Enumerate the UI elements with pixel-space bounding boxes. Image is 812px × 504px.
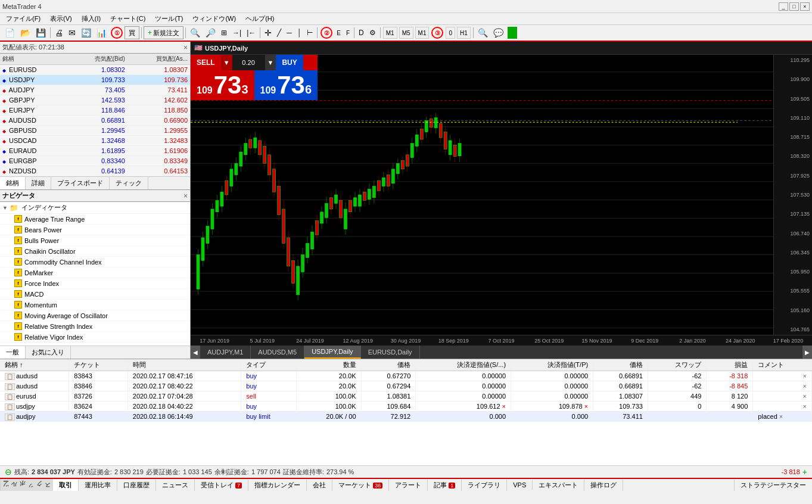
bottom-tab-mailbox[interactable]: 受信トレイ 7 bbox=[195, 480, 248, 491]
nav-indicator-item[interactable]: f Relative Vigor Index bbox=[0, 332, 190, 343]
price-row[interactable]: ◆ USDCAD 1.32468 1.32483 bbox=[0, 136, 190, 146]
crosshair-button[interactable]: ✛ bbox=[262, 26, 274, 39]
nav-indicator-item[interactable]: f Relative Strength Index bbox=[0, 321, 190, 332]
save-button[interactable]: 💾 bbox=[33, 26, 48, 39]
trade-row[interactable]: 📋audusd 83843 2020.02.17 08:47:16 buy 20… bbox=[0, 371, 812, 381]
tab-tick[interactable]: ティック bbox=[110, 177, 148, 189]
open-button[interactable]: 📂 bbox=[18, 26, 33, 39]
options-button[interactable]: ⚙ bbox=[367, 26, 378, 39]
timeframe-m5[interactable]: M5 bbox=[399, 27, 413, 39]
trade-row[interactable]: 📋audusd 83846 2020.02.17 08:40:22 buy 20… bbox=[0, 381, 812, 391]
nav-indicator-item[interactable]: f Moving Average of Oscillator bbox=[0, 310, 190, 321]
scroll-right-button[interactable]: →| bbox=[230, 26, 244, 39]
nav-folder-indicators[interactable]: ▼ 📁 インディケータ bbox=[0, 202, 190, 214]
indicator-button[interactable]: D bbox=[356, 26, 366, 39]
menu-insert[interactable]: 挿入(I) bbox=[77, 13, 105, 24]
zoom-in-button[interactable]: 🔍 bbox=[188, 26, 203, 39]
buy-order-button[interactable]: 買 bbox=[125, 26, 139, 39]
print-button[interactable]: 🖨 bbox=[52, 26, 66, 39]
menu-window[interactable]: ウィンドウ(W) bbox=[188, 13, 241, 24]
nav-indicator-item[interactable]: f Commodity Channel Index bbox=[0, 257, 190, 267]
line-button[interactable]: ╱ bbox=[275, 26, 284, 39]
chart-type-button[interactable]: 📊 bbox=[94, 26, 109, 39]
chart-tab-eurusd[interactable]: EURUSD,Daily bbox=[361, 346, 420, 359]
bottom-tab-news[interactable]: ニュース bbox=[156, 480, 195, 491]
menu-help[interactable]: ヘルプ(H) bbox=[241, 13, 279, 24]
expert-button[interactable]: E bbox=[334, 26, 343, 39]
bottom-tab-vps[interactable]: VPS bbox=[507, 480, 533, 490]
price-row[interactable]: ◆ NZDUSD 0.64139 0.64153 bbox=[0, 166, 190, 176]
email-button[interactable]: ✉ bbox=[66, 26, 78, 39]
timeframe-h1[interactable]: H1 bbox=[457, 27, 471, 39]
navigator-close-icon[interactable]: × bbox=[183, 192, 188, 200]
nav-indicator-item[interactable]: f Bulls Power bbox=[0, 235, 190, 246]
minimize-button[interactable]: _ bbox=[779, 2, 788, 11]
price-row[interactable]: ◆ GBPJPY 142.593 142.602 bbox=[0, 95, 190, 105]
chart-tab-usdjpy[interactable]: USDJPY,Daily bbox=[304, 346, 361, 359]
navigator-tree[interactable]: ▼ 📁 インディケータ f Average True Range f Bears… bbox=[0, 202, 190, 346]
new-chart-button[interactable]: 📄 bbox=[2, 26, 17, 39]
price-row[interactable]: ◆ AUDUSD 0.66891 0.66900 bbox=[0, 116, 190, 126]
nav-indicator-item[interactable]: f MACD bbox=[0, 289, 190, 300]
chart-tab-audusd[interactable]: AUDUSD,M5 bbox=[251, 346, 304, 359]
timeframe-30[interactable]: 0 bbox=[446, 27, 455, 39]
nav-tab-favorites[interactable]: お気に入り bbox=[26, 346, 71, 359]
th-pl[interactable]: 損益 bbox=[707, 359, 753, 371]
maximize-button[interactable]: □ bbox=[789, 2, 799, 11]
scroll-left-arrow[interactable]: ◀ bbox=[191, 346, 200, 359]
th-swap[interactable]: スワップ bbox=[648, 359, 707, 371]
nav-indicator-item[interactable]: f DeMarker bbox=[0, 267, 190, 278]
fib-button[interactable]: ⊢ bbox=[304, 26, 315, 39]
nav-indicator-item[interactable]: f Force Index bbox=[0, 278, 190, 289]
strategy-tester-label[interactable]: ストラテジーテスター bbox=[734, 480, 812, 491]
bottom-tab-company[interactable]: 会社 bbox=[307, 480, 332, 491]
dropdown-arrow[interactable]: ▼ bbox=[221, 55, 232, 70]
chart-tab-audjpy[interactable]: AUDJPY,M1 bbox=[200, 346, 251, 359]
message-button[interactable]: 💬 bbox=[491, 26, 506, 39]
vline-button[interactable]: │ bbox=[295, 26, 304, 39]
trade-row[interactable]: 📋eurusd 83726 2020.02.17 07:04:28 sell 1… bbox=[0, 391, 812, 402]
bottom-tab-calendar[interactable]: 指標カレンダー bbox=[248, 480, 307, 491]
new-order-button[interactable]: + 新規注文 bbox=[144, 26, 183, 39]
bottom-tab-history[interactable]: 口座履歴 bbox=[117, 480, 156, 491]
price-row[interactable]: ◆ GBPUSD 1.29945 1.29955 bbox=[0, 126, 190, 136]
search-button[interactable]: 🔍 bbox=[475, 26, 490, 39]
menu-tools[interactable]: ツール(T) bbox=[150, 13, 188, 24]
th-price[interactable]: 価格 bbox=[361, 359, 416, 371]
sell-button[interactable]: SELL bbox=[191, 55, 221, 70]
tab-symbol[interactable]: 銘柄 bbox=[0, 177, 26, 189]
price-row[interactable]: ◆ USDJPY 109.733 109.736 bbox=[0, 75, 190, 85]
nav-indicator-item[interactable]: f Bears Power bbox=[0, 225, 190, 235]
nav-indicator-item[interactable]: f Average True Range bbox=[0, 214, 190, 225]
refresh-button[interactable]: 🔄 bbox=[79, 26, 94, 39]
price-row[interactable]: ◆ EURUSD 1.08302 1.08307 bbox=[0, 65, 190, 75]
menu-view[interactable]: 表示(V) bbox=[45, 13, 77, 24]
bottom-tab-market[interactable]: マーケット 36 bbox=[332, 480, 389, 491]
buy-button[interactable]: BUY bbox=[276, 55, 303, 70]
price-row[interactable]: ◆ AUDJPY 73.405 73.411 bbox=[0, 85, 190, 95]
timeframe-m15[interactable]: M1 bbox=[415, 27, 430, 39]
scroll-right-arrow[interactable]: ▶ bbox=[802, 346, 812, 359]
th-ticket[interactable]: チケット bbox=[69, 359, 128, 371]
menu-chart[interactable]: チャート(C) bbox=[105, 13, 150, 24]
price-row[interactable]: ◆ EURAUD 1.61895 1.61906 bbox=[0, 146, 190, 156]
lot-dropdown-arrow[interactable]: ▼ bbox=[265, 55, 276, 70]
lot-input[interactable] bbox=[232, 55, 265, 70]
th-symbol[interactable]: 銘柄 ↑ bbox=[0, 359, 69, 371]
chart-shift-button[interactable]: |← bbox=[244, 26, 258, 39]
menu-file[interactable]: ファイル(F) bbox=[1, 13, 45, 24]
th-time[interactable]: 時間 bbox=[127, 359, 241, 371]
nav-tab-general[interactable]: 一般 bbox=[0, 346, 26, 359]
price-row[interactable]: ◆ EURJPY 118.846 118.850 bbox=[0, 105, 190, 116]
th-volume[interactable]: 数量 bbox=[297, 359, 362, 371]
bottom-tab-article[interactable]: 記事 1 bbox=[428, 480, 462, 491]
hline-button[interactable]: ─ bbox=[284, 26, 294, 39]
bottom-tab-alert[interactable]: アラート bbox=[389, 480, 428, 491]
price-row[interactable]: ◆ EURGBP 0.83340 0.83349 bbox=[0, 156, 190, 166]
bottom-tab-log[interactable]: 操作ログ bbox=[584, 480, 623, 491]
nav-indicator-item[interactable]: f Chaikin Oscillator bbox=[0, 246, 190, 257]
nav-indicator-item[interactable]: f Momentum bbox=[0, 300, 190, 310]
th-current-price[interactable]: 価格 bbox=[593, 359, 648, 371]
price-board-close-icon[interactable]: × bbox=[183, 43, 188, 52]
trade-row[interactable]: 📋usdjpy 83624 2020.02.18 04:40:22 buy 10… bbox=[0, 402, 812, 412]
